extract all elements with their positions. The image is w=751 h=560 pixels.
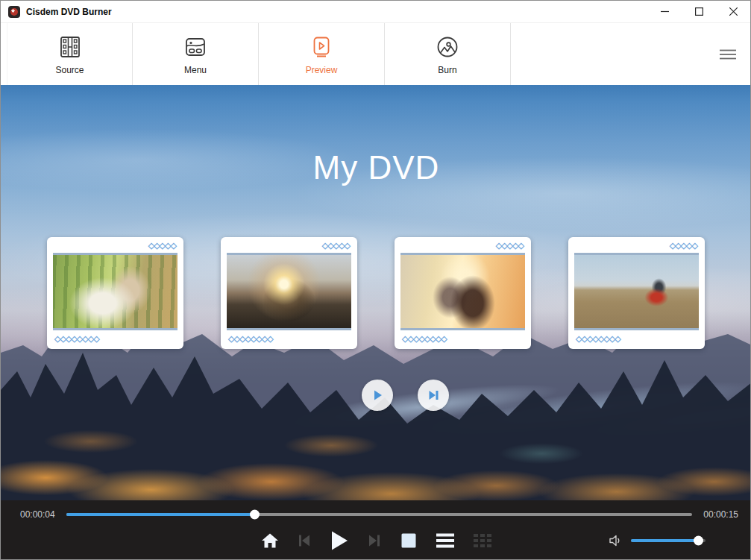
menu-play-button[interactable] — [362, 380, 393, 411]
seek-row: 00:00:04 00:00:15 — [1, 508, 751, 521]
filmstrip-icon — [57, 34, 83, 60]
thumbnail-girl-with-dog — [53, 255, 177, 328]
play-icon — [330, 530, 349, 551]
play-icon — [371, 388, 384, 402]
seek-bar-fill — [66, 513, 254, 516]
app-logo-icon — [8, 6, 20, 18]
diamond-decoration-top: ◇◇◇◇◇ — [670, 242, 697, 250]
thumbnail-couple-street-sunset — [400, 255, 525, 328]
total-duration: 00:00:15 — [700, 509, 738, 520]
video-thumbnail-card-3[interactable]: ◇◇◇◇◇ ◇◇◇◇◇◇◇◇ — [395, 237, 531, 349]
preview-play-icon — [309, 34, 334, 60]
menu-template-icon — [183, 34, 208, 60]
speaker-icon[interactable] — [609, 534, 623, 547]
diamond-decoration-bottom: ◇◇◇◇◇◇◇◇ — [228, 335, 273, 343]
controls-row — [1, 526, 751, 556]
skip-previous-icon — [297, 533, 312, 548]
hamburger-icon — [720, 49, 736, 60]
minimize-icon — [661, 7, 669, 16]
close-icon — [729, 7, 738, 16]
chapter-list-button[interactable] — [436, 532, 455, 549]
list-icon — [436, 532, 455, 549]
grid-icon — [473, 532, 492, 549]
play-button[interactable] — [330, 530, 349, 551]
elapsed-time: 00:00:04 — [20, 509, 59, 520]
volume-slider[interactable] — [631, 539, 706, 542]
previous-button[interactable] — [297, 533, 312, 548]
stop-icon — [400, 532, 418, 550]
diamond-decoration-top: ◇◇◇◇◇ — [148, 242, 176, 250]
title-bar: Cisdem DVD Burner — [1, 1, 750, 22]
window-title: Cisdem DVD Burner — [26, 7, 112, 17]
window-controls — [647, 1, 750, 22]
volume-slider-thumb[interactable] — [694, 536, 703, 546]
video-thumbnail-row: ◇◇◇◇◇ ◇◇◇◇◇◇◇◇ ◇◇◇◇◇ ◇◇◇◇◇◇◇◇ ◇◇◇◇◇ ◇◇◇◇… — [47, 237, 705, 349]
video-thumbnail-card-1[interactable]: ◇◇◇◇◇ ◇◇◇◇◇◇◇◇ — [47, 237, 183, 349]
photo-frame — [574, 253, 699, 330]
player-bar: 00:00:04 00:00:15 — [1, 500, 751, 559]
maximize-icon — [695, 7, 703, 16]
thumbnail-motorbike-desert — [574, 255, 699, 328]
home-icon — [261, 532, 279, 550]
photo-frame — [227, 253, 351, 330]
volume-slider-fill — [631, 539, 698, 542]
tab-preview-label: Preview — [306, 65, 338, 75]
transport-controls — [261, 526, 492, 556]
app-window: Cisdem DVD Burner — [0, 0, 751, 560]
main-toolbar: Source Menu Preview — [1, 22, 750, 86]
tab-burn[interactable]: Burn — [385, 23, 511, 86]
thumbnail-grid-button[interactable] — [473, 532, 492, 549]
thumbnail-motorbike-sunset — [227, 255, 351, 328]
tab-preview[interactable]: Preview — [259, 23, 385, 86]
tab-menu-label: Menu — [184, 65, 207, 75]
photo-frame — [53, 253, 177, 330]
tab-burn-label: Burn — [438, 65, 456, 75]
more-menu-button[interactable] — [706, 23, 750, 86]
menu-next-button[interactable] — [418, 380, 449, 411]
next-button[interactable] — [367, 533, 382, 548]
dvd-menu-title: My DVD — [1, 149, 751, 186]
seek-bar-thumb[interactable] — [250, 510, 260, 520]
minimize-button[interactable] — [647, 1, 682, 22]
close-button[interactable] — [716, 1, 750, 22]
volume-control — [609, 526, 706, 556]
stop-button[interactable] — [400, 532, 418, 550]
home-button[interactable] — [261, 532, 279, 550]
skip-next-icon — [367, 533, 382, 548]
video-thumbnail-card-2[interactable]: ◇◇◇◇◇ ◇◇◇◇◇◇◇◇ — [221, 237, 357, 349]
diamond-decoration-top: ◇◇◇◇◇ — [322, 242, 350, 250]
maximize-button[interactable] — [682, 1, 716, 22]
video-thumbnail-card-4[interactable]: ◇◇◇◇◇ ◇◇◇◇◇◇◇◇ — [568, 237, 705, 349]
burn-disc-icon — [435, 34, 460, 60]
diamond-decoration-bottom: ◇◇◇◇◇◇◇◇ — [402, 335, 447, 343]
seek-bar[interactable] — [66, 513, 692, 516]
diamond-decoration-top: ◇◇◇◇◇ — [496, 242, 524, 250]
diamond-decoration-bottom: ◇◇◇◇◇◇◇◇ — [54, 335, 99, 343]
skip-next-icon — [427, 388, 440, 402]
photo-frame — [400, 253, 525, 330]
tab-source-label: Source — [55, 65, 84, 75]
tab-source[interactable]: Source — [7, 23, 133, 86]
diamond-decoration-bottom: ◇◇◇◇◇◇◇◇ — [576, 335, 620, 343]
toolbar-spacer — [511, 23, 706, 86]
tab-menu[interactable]: Menu — [133, 23, 259, 86]
dvd-menu-preview-stage: My DVD ◇◇◇◇◇ ◇◇◇◇◇◇◇◇ ◇◇◇◇◇ ◇◇◇◇◇◇◇◇ ◇◇◇… — [1, 85, 751, 502]
